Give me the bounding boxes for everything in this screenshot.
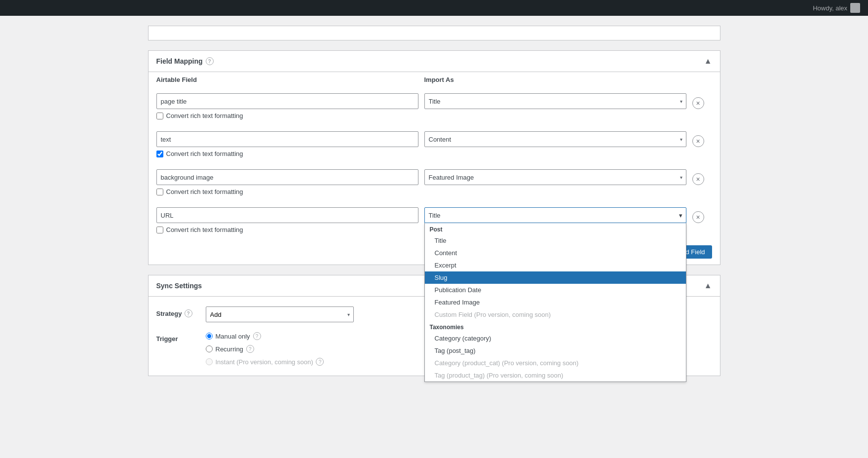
dropdown-item-title[interactable]: Title (425, 234, 686, 247)
admin-top-bar: Howdy, alex (0, 0, 868, 16)
remove-field-btn-4[interactable]: × (692, 211, 704, 223)
trigger-recurring-label: Recurring (216, 345, 243, 353)
admin-user-greeting: Howdy, alex (813, 4, 847, 12)
import-as-select-2[interactable]: Title Content Excerpt Slug Featured Imag… (424, 131, 686, 147)
dropdown-item-tag[interactable]: Tag (post_tag) (425, 344, 686, 357)
field-mapping-card: Field Mapping ? ▲ Airtable Field Import … (148, 50, 720, 265)
field-mapping-header: Field Mapping ? ▲ (149, 51, 720, 72)
trigger-radio-group: Manual only ? Recurring ? Instant (Pro v… (206, 332, 324, 366)
field-col-airtable-2: Convert rich text formatting (156, 131, 418, 157)
import-as-dropdown-trigger-4[interactable]: Title ▾ (424, 207, 686, 223)
trigger-instant-radio (206, 358, 213, 365)
convert-rich-text-row-2: Convert rich text formatting (156, 150, 418, 157)
convert-rich-text-label-4: Convert rich text formatting (166, 226, 243, 233)
trigger-manual-radio[interactable] (206, 333, 213, 340)
field-col-airtable-1: Convert rich text formatting (156, 93, 418, 119)
strategy-help-icon[interactable]: ? (185, 309, 192, 317)
dropdown-item-slug[interactable]: Slug (425, 271, 686, 284)
taxonomies-group-label: Taxonomies (425, 321, 686, 332)
remove-field-btn-2[interactable]: × (692, 135, 704, 147)
trigger-recurring-help-icon[interactable]: ? (246, 345, 254, 353)
import-as-header: Import As (424, 76, 686, 83)
trigger-manual-help-icon[interactable]: ? (253, 332, 261, 340)
trigger-recurring-radio[interactable] (206, 345, 213, 352)
convert-rich-text-row-4: Convert rich text formatting (156, 226, 418, 233)
airtable-field-input-2[interactable] (156, 131, 418, 147)
remove-field-btn-3[interactable]: × (692, 173, 704, 185)
chevron-down-icon-4: ▾ (679, 212, 682, 219)
convert-rich-text-label-1: Convert rich text formatting (166, 112, 243, 119)
field-mapping-help-icon[interactable]: ? (206, 57, 214, 65)
import-as-dropdown-open-4: Title ▾ Post Title Content Excerpt Slug … (424, 207, 686, 223)
airtable-field-input-1[interactable] (156, 93, 418, 109)
airtable-field-header: Airtable Field (156, 76, 418, 83)
airtable-field-input-4[interactable] (156, 207, 418, 223)
sync-settings-title-text: Sync Settings (156, 282, 202, 290)
import-as-select-wrapper-3: Title Content Excerpt Slug Featured Imag… (424, 169, 686, 185)
dropdown-item-category[interactable]: Category (category) (425, 332, 686, 344)
field-row-2: Convert rich text formatting Title Conte… (149, 125, 720, 163)
trigger-instant-label: Instant (Pro version, coming soon) (216, 358, 313, 366)
top-card-strip (148, 26, 720, 40)
field-row-3: Convert rich text formatting Title Conte… (149, 163, 720, 201)
import-as-select-wrapper-1: Title Content Excerpt Slug Featured Imag… (424, 93, 686, 109)
import-as-dropdown-menu-4: Post Title Content Excerpt Slug Publicat… (424, 223, 686, 382)
dropdown-item-product-cat: Category (product_cat) (Pro version, com… (425, 357, 686, 369)
trigger-recurring-row: Recurring ? (206, 345, 324, 353)
sync-settings-collapse-btn[interactable]: ▲ (704, 281, 712, 290)
convert-rich-text-label-3: Convert rich text formatting (166, 188, 243, 195)
remove-field-btn-1[interactable]: × (692, 97, 704, 109)
convert-rich-text-row-3: Convert rich text formatting (156, 188, 418, 195)
convert-rich-text-checkbox-4[interactable] (156, 227, 163, 233)
convert-rich-text-checkbox-3[interactable] (156, 189, 163, 195)
dropdown-item-publication-date[interactable]: Publication Date (425, 284, 686, 296)
field-row-4: Convert rich text formatting Title ▾ Pos… (149, 201, 720, 239)
strategy-control: Add Update Upsert Delete ▾ (206, 306, 354, 322)
dropdown-item-product-tag: Tag (product_tag) (Pro version, coming s… (425, 369, 686, 382)
field-mapping-collapse-btn[interactable]: ▲ (704, 57, 712, 66)
import-as-select-3[interactable]: Title Content Excerpt Slug Featured Imag… (424, 169, 686, 185)
trigger-instant-row: Instant (Pro version, coming soon) ? (206, 358, 324, 366)
field-col-import-1: Title Content Excerpt Slug Featured Imag… (424, 93, 686, 109)
field-col-import-2: Title Content Excerpt Slug Featured Imag… (424, 131, 686, 147)
field-col-airtable-4: Convert rich text formatting (156, 207, 418, 233)
airtable-field-input-3[interactable] (156, 169, 418, 185)
field-mapping-title: Field Mapping ? (156, 57, 214, 65)
field-col-import-4: Title ▾ Post Title Content Excerpt Slug … (424, 207, 686, 223)
strategy-label: Strategy ? (156, 306, 196, 317)
field-mapping-column-headers: Airtable Field Import As (149, 72, 720, 87)
field-row-1: Convert rich text formatting Title Conte… (149, 87, 720, 125)
import-as-select-1[interactable]: Title Content Excerpt Slug Featured Imag… (424, 93, 686, 109)
field-col-airtable-3: Convert rich text formatting (156, 169, 418, 195)
selected-option-label: Title (429, 212, 441, 219)
user-avatar-icon (850, 3, 860, 13)
post-group-label: Post (425, 223, 686, 234)
dropdown-item-featured-image[interactable]: Featured Image (425, 296, 686, 308)
trigger-instant-help-icon[interactable]: ? (316, 358, 324, 366)
trigger-label: Trigger (156, 332, 196, 343)
convert-rich-text-label-2: Convert rich text formatting (166, 150, 243, 157)
dropdown-item-excerpt[interactable]: Excerpt (425, 259, 686, 271)
trigger-manual-row: Manual only ? (206, 332, 324, 340)
dropdown-item-content[interactable]: Content (425, 247, 686, 259)
sync-settings-title: Sync Settings (156, 282, 202, 290)
convert-rich-text-checkbox-1[interactable] (156, 113, 163, 119)
convert-rich-text-checkbox-2[interactable] (156, 151, 163, 157)
field-col-import-3: Title Content Excerpt Slug Featured Imag… (424, 169, 686, 185)
import-as-select-wrapper-2: Title Content Excerpt Slug Featured Imag… (424, 131, 686, 147)
field-mapping-title-text: Field Mapping (156, 57, 203, 65)
convert-rich-text-row-1: Convert rich text formatting (156, 112, 418, 119)
trigger-manual-label: Manual only (216, 333, 250, 340)
strategy-select[interactable]: Add Update Upsert Delete (206, 306, 354, 322)
dropdown-item-custom-field: Custom Field (Pro version, coming soon) (425, 308, 686, 321)
